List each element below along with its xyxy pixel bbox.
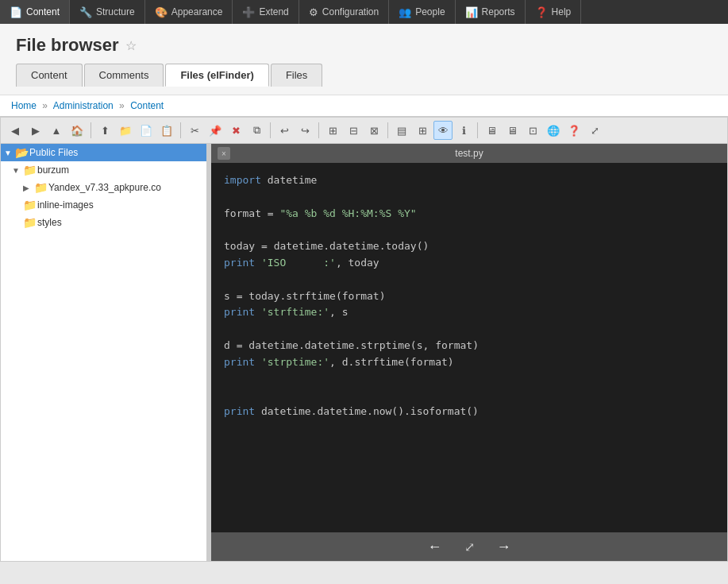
btn-up[interactable]: ▲ (47, 121, 66, 140)
code-content: import datetime format = "%a %b %d %H:%M… (224, 172, 715, 420)
breadcrumb-content[interactable]: Content (130, 100, 164, 111)
tree-label-inline-images: inline-images (37, 199, 94, 211)
tree-label-yandex: Yandex_v7.33_apkpure.co (48, 182, 161, 193)
people-icon: 👥 (399, 6, 411, 18)
nav-extend-label: Extend (259, 6, 288, 17)
tab-content[interactable]: Content (16, 64, 83, 87)
code-preview-header: × test.py (211, 144, 727, 163)
btn-expand[interactable]: ⤢ (585, 121, 604, 140)
help-icon: ❓ (535, 6, 548, 18)
appearance-icon: 🎨 (155, 6, 168, 18)
btn-view-detail[interactable]: 👁 (433, 121, 453, 140)
btn-view-grid[interactable]: ⊞ (413, 121, 432, 140)
btn-info[interactable]: ℹ (454, 121, 473, 140)
tree-arrow-public-files: ▼ (4, 149, 15, 157)
page-title: File browser (16, 35, 119, 56)
nav-reports-label: Reports (482, 6, 515, 17)
main-panel: burzum × test.py import datetime format … (211, 144, 727, 561)
btn-back[interactable]: ◀ (6, 121, 25, 140)
nav-appearance-label: Appearance (171, 6, 223, 17)
code-preview-body[interactable]: import datetime format = "%a %b %d %H:%M… (211, 163, 727, 532)
btn-delete[interactable]: ✖ (226, 121, 245, 140)
btn-mkdir[interactable]: 📁 (116, 121, 135, 140)
tree-folder-icon-yandex: 📁 (34, 181, 48, 194)
tab-comments[interactable]: Comments (84, 64, 164, 87)
code-nav-prev-button[interactable]: ← (422, 536, 449, 559)
btn-mkfile[interactable]: 📄 (137, 121, 156, 140)
tab-files[interactable]: Files (271, 64, 322, 87)
nav-structure-label: Structure (96, 6, 135, 17)
nav-reports[interactable]: 📊 Reports (456, 0, 526, 24)
btn-cut[interactable]: ✂ (185, 121, 204, 140)
nav-appearance[interactable]: 🎨 Appearance (145, 0, 233, 24)
content-icon: 📄 (10, 6, 22, 18)
structure-icon: 🔧 (79, 6, 92, 18)
nav-content-label: Content (26, 6, 60, 17)
btn-redo[interactable]: ↪ (295, 121, 314, 140)
sep3 (270, 122, 271, 138)
top-nav: 📄 Content 🔧 Structure 🎨 Appearance ➕ Ext… (0, 0, 728, 24)
btn-copy[interactable]: 📋 (157, 121, 176, 140)
btn-upload[interactable]: ⬆ (95, 121, 114, 140)
tree-label-burzum: burzum (37, 164, 69, 176)
breadcrumb-sep2: » (119, 100, 125, 111)
code-nav-resize-button[interactable]: ⤢ (464, 540, 475, 555)
nav-help-label: Help (552, 6, 572, 17)
tree-folder-icon-public-files: 📂 (15, 146, 29, 159)
tab-files-elfinder[interactable]: Files (elFinder) (165, 64, 268, 87)
btn-settings[interactable]: 🌐 (544, 121, 563, 140)
sep4 (318, 122, 319, 138)
nav-people[interactable]: 👥 People (389, 0, 455, 24)
sep1 (91, 122, 91, 138)
page-header: File browser ☆ Content Comments Files (e… (0, 24, 728, 95)
nav-people-label: People (415, 6, 445, 17)
code-close-button[interactable]: × (218, 147, 230, 160)
nav-help[interactable]: ❓ Help (526, 0, 582, 24)
sep2 (180, 122, 181, 138)
tree-label-public-files: Public Files (29, 147, 78, 158)
page-title-row: File browser ☆ (16, 35, 712, 56)
nav-configuration-label: Configuration (322, 6, 379, 17)
tabs: Content Comments Files (elFinder) Files (16, 64, 712, 87)
breadcrumb-admin[interactable]: Administration (53, 100, 114, 111)
btn-view-list[interactable]: ▤ (392, 121, 411, 140)
btn-duplicate[interactable]: ⧉ (247, 121, 266, 140)
code-preview-filename: test.py (455, 148, 483, 159)
tree-item-burzum[interactable]: ▼ 📁 burzum (1, 161, 206, 179)
btn-select-none[interactable]: ⊟ (344, 121, 363, 140)
favorite-star-icon[interactable]: ☆ (125, 38, 137, 53)
btn-home[interactable]: 🏠 (67, 121, 87, 140)
btn-help[interactable]: ❓ (564, 121, 584, 140)
sep6 (477, 122, 478, 138)
btn-fullscreen[interactable]: ⊡ (523, 121, 542, 140)
tree-folder-icon-styles: 📁 (23, 216, 37, 229)
tree-label-styles: styles (37, 217, 62, 228)
extend-icon: ➕ (242, 6, 255, 18)
nav-structure[interactable]: 🔧 Structure (70, 0, 145, 24)
breadcrumb-sep1: » (42, 100, 48, 111)
tree-arrow-yandex: ▶ (23, 184, 34, 192)
tree-item-styles[interactable]: 📁 styles (1, 214, 206, 231)
tree-panel: ▼ 📂 Public Files ▼ 📁 burzum ▶ 📁 Yandex_v… (1, 144, 207, 561)
tree-item-yandex[interactable]: ▶ 📁 Yandex_v7.33_apkpure.co (1, 179, 206, 196)
configuration-icon: ⚙ (309, 6, 318, 18)
tree-folder-icon-burzum: 📁 (23, 164, 37, 176)
nav-content[interactable]: 📄 Content (0, 0, 70, 24)
tree-item-inline-images[interactable]: 📁 inline-images (1, 196, 206, 214)
sep5 (387, 122, 388, 138)
nav-extend[interactable]: ➕ Extend (233, 0, 299, 24)
btn-select-all[interactable]: ⊞ (323, 121, 342, 140)
btn-forward[interactable]: ▶ (26, 121, 45, 140)
tree-item-public-files[interactable]: ▼ 📂 Public Files (1, 144, 206, 161)
breadcrumb-home[interactable]: Home (11, 100, 37, 111)
btn-invert[interactable]: ⊠ (364, 121, 383, 140)
btn-paste[interactable]: 📌 (206, 121, 225, 140)
code-nav-next-button[interactable]: → (491, 536, 518, 559)
code-preview-footer: ← ⤢ → (211, 532, 727, 561)
btn-undo[interactable]: ↩ (275, 121, 294, 140)
filebrowser-layout: ▼ 📂 Public Files ▼ 📁 burzum ▶ 📁 Yandex_v… (1, 144, 727, 561)
nav-configuration[interactable]: ⚙ Configuration (299, 0, 389, 24)
btn-zoom-out[interactable]: 🖥 (503, 121, 522, 140)
tree-arrow-burzum: ▼ (12, 166, 23, 175)
btn-zoom-in[interactable]: 🖥 (482, 121, 501, 140)
